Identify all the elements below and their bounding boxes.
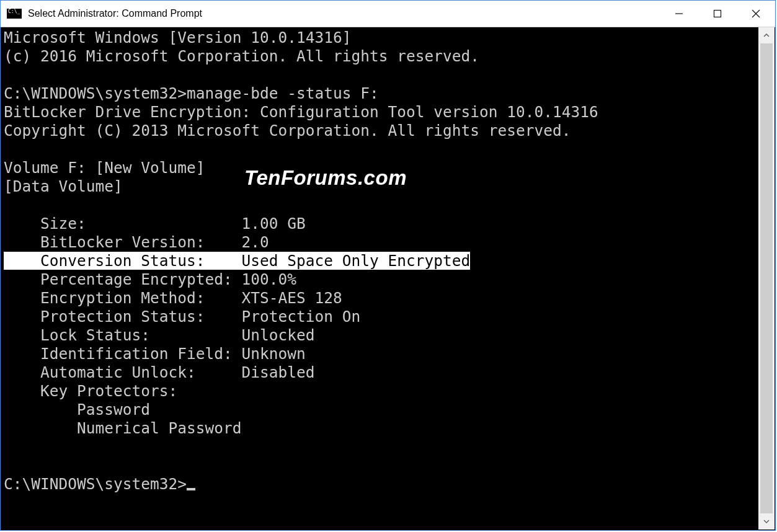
percentage-encrypted-label: Percentage Encrypted: [4, 270, 242, 288]
percentage-encrypted-value: 100.0% [242, 270, 297, 288]
terminal-output: Microsoft Windows [Version 10.0.14316] (… [1, 27, 758, 494]
os-copyright-line: (c) 2016 Microsoft Corporation. All righ… [4, 47, 479, 65]
minimize-button[interactable] [660, 1, 698, 27]
window-title: Select Administrator: Command Prompt [28, 8, 202, 19]
encryption-method-label: Encryption Method: [4, 289, 242, 307]
scroll-down-button[interactable] [758, 513, 775, 530]
automatic-unlock-value: Disabled [242, 363, 315, 381]
terminal-viewport[interactable]: Microsoft Windows [Version 10.0.14316] (… [1, 27, 758, 530]
encryption-method-value: XTS-AES 128 [242, 289, 342, 307]
key-protector-2: Numerical Password [4, 419, 242, 437]
size-value: 1.00 GB [242, 215, 306, 233]
titlebar[interactable]: Select Administrator: Command Prompt [1, 1, 775, 27]
text-cursor [187, 488, 195, 490]
volume-type-line: [Data Volume] [4, 177, 123, 195]
protection-status-label: Protection Status: [4, 308, 242, 326]
scroll-thumb[interactable] [760, 43, 773, 513]
scroll-up-button[interactable] [758, 27, 775, 43]
svg-rect-1 [714, 11, 721, 17]
conversion-status-label: Conversion Status: [4, 252, 242, 270]
lock-status-label: Lock Status: [4, 326, 242, 344]
size-label: Size: [4, 215, 242, 233]
key-protector-1: Password [4, 401, 150, 419]
lock-status-value: Unlocked [242, 326, 315, 344]
identification-field-value: Unknown [242, 345, 306, 363]
conversion-status-value: Used Space Only Encrypted [242, 252, 471, 270]
cmd-icon [7, 9, 22, 19]
minimize-icon [675, 9, 683, 18]
chevron-down-icon [763, 518, 770, 525]
os-version-line: Microsoft Windows [Version 10.0.14316] [4, 29, 352, 47]
close-icon [752, 9, 760, 18]
prompt-1: C:\WINDOWS\system32> [4, 84, 187, 102]
key-protectors-label: Key Protectors: [4, 382, 177, 400]
bitlocker-version-label: BitLocker Version: [4, 233, 242, 251]
bitlocker-version-value: 2.0 [242, 233, 269, 251]
close-button[interactable] [737, 1, 775, 27]
vertical-scrollbar[interactable] [758, 27, 775, 530]
maximize-button[interactable] [698, 1, 737, 27]
chevron-up-icon [763, 32, 770, 39]
identification-field-label: Identification Field: [4, 345, 242, 363]
command-1: manage-bde -status F: [187, 84, 379, 102]
window-controls [660, 1, 775, 27]
conversion-status-row: Conversion Status: Used Space Only Encry… [4, 252, 470, 270]
volume-line: Volume F: [New Volume] [4, 159, 205, 177]
tool-header-line: BitLocker Drive Encryption: Configuratio… [4, 103, 598, 121]
scroll-track[interactable] [758, 43, 775, 513]
protection-status-value: Protection On [242, 308, 361, 326]
maximize-icon [713, 9, 722, 18]
tool-copyright-line: Copyright (C) 2013 Microsoft Corporation… [4, 122, 571, 140]
automatic-unlock-label: Automatic Unlock: [4, 363, 242, 381]
command-prompt-window: Select Administrator: Command Prompt [0, 0, 776, 531]
prompt-2: C:\WINDOWS\system32> [4, 475, 187, 493]
